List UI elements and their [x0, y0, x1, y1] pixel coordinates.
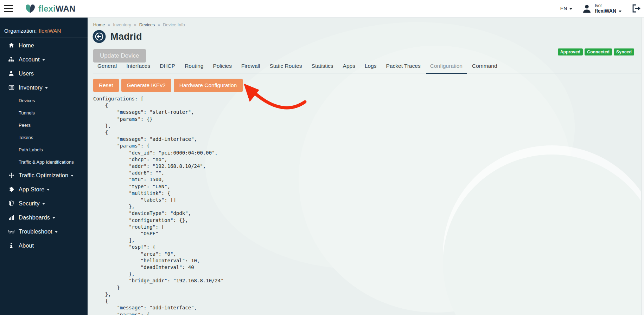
generate-ikev2-button[interactable]: Generate IKEv2	[121, 79, 171, 92]
background-watermark	[443, 155, 641, 315]
sidebar-item-security[interactable]: Security	[0, 196, 88, 210]
sidebar-item-label: Home	[19, 42, 34, 49]
flexiwan-app: flexiWAN EN Ivor flexiWAN	[0, 0, 644, 315]
shield-icon	[8, 201, 15, 206]
list-icon	[8, 85, 15, 91]
puzzle-icon	[8, 186, 15, 192]
sidebar-item-about[interactable]: About	[0, 238, 88, 252]
tab-configuration[interactable]: Configuration	[426, 62, 467, 74]
hamburger-menu-icon[interactable]	[4, 5, 13, 12]
tab-static-routes[interactable]: Static Routes	[265, 62, 306, 74]
sidebar-subitem-traffic-and-app-identifications[interactable]: Traffic & App Identifications	[0, 156, 88, 168]
breadcrumb-item-inventory: Inventory	[113, 22, 131, 27]
breadcrumb-item-home[interactable]: Home	[93, 22, 105, 27]
move-icon	[8, 172, 15, 178]
user-menu[interactable]: Ivor flexiWAN	[582, 4, 621, 14]
sidebar-item-label: Users	[19, 70, 34, 77]
back-button[interactable]	[93, 30, 106, 43]
user-icon	[8, 71, 15, 77]
chevron-down-icon	[569, 8, 572, 10]
sidebar-subitem-peers[interactable]: Peers	[0, 119, 88, 131]
status-badges: ApprovedConnectedSynced	[558, 48, 634, 55]
organization-row: Organization: flexiWAN	[0, 24, 88, 38]
chevron-down-icon	[55, 231, 58, 233]
logout-icon[interactable]	[631, 4, 641, 13]
status-badge-approved: Approved	[558, 48, 583, 55]
sidebar: Organization: flexiWAN HomeAccountUsersI…	[0, 18, 88, 315]
info-icon	[8, 243, 15, 249]
sidebar-item-label: Account	[19, 56, 40, 63]
sidebar-item-dashboards[interactable]: Dashboards	[0, 210, 88, 224]
sidebar-item-label: Security	[19, 200, 40, 207]
language-selector[interactable]: EN	[560, 6, 572, 11]
chevron-down-icon	[42, 59, 45, 61]
page-title: Madrid	[110, 31, 142, 42]
organization-value[interactable]: flexiWAN	[39, 28, 61, 34]
sidebar-subitem-tunnels[interactable]: Tunnels	[0, 107, 88, 119]
sidebar-item-account[interactable]: Account	[0, 52, 88, 66]
tab-firewall[interactable]: Firewall	[237, 62, 264, 74]
sidebar-item-inventory[interactable]: Inventory	[0, 80, 88, 94]
breadcrumb: Home»Inventory»Devices»Device Info	[93, 22, 185, 27]
tab-statistics[interactable]: Statistics	[307, 62, 338, 74]
vertical-scrollbar[interactable]	[641, 18, 644, 315]
breadcrumb-item-device-info: Device Info	[163, 22, 185, 27]
flexiwan-logo-mark-icon	[24, 3, 37, 14]
chevron-down-icon	[45, 87, 48, 89]
breadcrumb-separator: »	[134, 22, 136, 27]
sidebar-item-label: Dashboards	[19, 214, 50, 221]
background-watermark	[185, 18, 595, 297]
sidebar-submenu: DevicesTunnelsPeersTokensPath LabelsTraf…	[0, 94, 88, 168]
sidebar-item-label: Inventory	[19, 84, 43, 91]
logo-wordmark: flexiWAN	[38, 4, 76, 14]
top-header: flexiWAN EN Ivor flexiWAN	[0, 0, 644, 18]
chevron-down-icon	[71, 175, 74, 177]
sidebar-item-users[interactable]: Users	[0, 66, 88, 80]
user-avatar-icon	[582, 4, 592, 13]
chevron-down-icon	[42, 203, 45, 205]
organization-label: Organization:	[4, 28, 37, 34]
sidebar-nav: HomeAccountUsersInventoryDevicesTunnelsP…	[0, 38, 88, 252]
configuration-json: Configurations: [ { "message": "start-ro…	[93, 96, 224, 315]
hardware-configuration-button[interactable]: Hardware Configuration	[174, 79, 243, 92]
background-watermark	[299, 46, 573, 313]
tab-apps[interactable]: Apps	[339, 62, 359, 74]
red-arrow-annotation	[238, 81, 310, 112]
sidebar-item-label: About	[19, 242, 34, 249]
tab-packet-traces[interactable]: Packet Traces	[382, 62, 425, 74]
sidebar-item-app-store[interactable]: App Store	[0, 182, 88, 196]
breadcrumb-separator: »	[108, 22, 110, 27]
sidebar-item-traffic-optimization[interactable]: Traffic Optimization	[0, 168, 88, 182]
tab-logs[interactable]: Logs	[361, 62, 381, 74]
user-name: Ivor	[595, 4, 621, 8]
chevron-down-icon	[47, 189, 50, 191]
sidebar-item-label: Traffic Optimization	[19, 172, 68, 179]
reset-button[interactable]: Reset	[93, 79, 119, 92]
tab-policies[interactable]: Policies	[209, 62, 236, 74]
sidebar-item-label: App Store	[19, 186, 44, 193]
action-buttons: ResetGenerate IKEv2Hardware Configuratio…	[93, 79, 243, 92]
breadcrumb-separator: »	[158, 22, 160, 27]
sidebar-subitem-tokens[interactable]: Tokens	[0, 131, 88, 144]
tab-bar: GeneralInterfacesDHCPRoutingPoliciesFire…	[93, 62, 641, 73]
sidebar-item-troubleshoot[interactable]: Troubleshoot	[0, 224, 88, 238]
sitemap-icon	[8, 57, 15, 63]
sidebar-subitem-path-labels[interactable]: Path Labels	[0, 144, 88, 156]
user-organization: flexiWAN	[595, 8, 616, 14]
home-icon	[8, 42, 15, 48]
breadcrumb-item-devices[interactable]: Devices	[139, 22, 155, 27]
chevron-down-icon	[619, 11, 621, 12]
sidebar-item-home[interactable]: Home	[0, 38, 88, 52]
update-device-button[interactable]: Update Device	[93, 49, 146, 63]
tab-interfaces[interactable]: Interfaces	[122, 62, 154, 74]
tab-general[interactable]: General	[93, 62, 121, 74]
tab-dhcp[interactable]: DHCP	[155, 62, 179, 74]
status-badge-synced: Synced	[614, 48, 634, 55]
main-content: Home»Inventory»Devices»Device Info Madri…	[88, 18, 641, 315]
tab-routing[interactable]: Routing	[180, 62, 208, 74]
chart-bars-icon	[8, 215, 15, 221]
tab-command[interactable]: Command	[468, 62, 502, 74]
flexiwan-logo[interactable]: flexiWAN	[24, 3, 76, 14]
chevron-down-icon	[52, 217, 55, 219]
sidebar-subitem-devices[interactable]: Devices	[0, 94, 88, 107]
